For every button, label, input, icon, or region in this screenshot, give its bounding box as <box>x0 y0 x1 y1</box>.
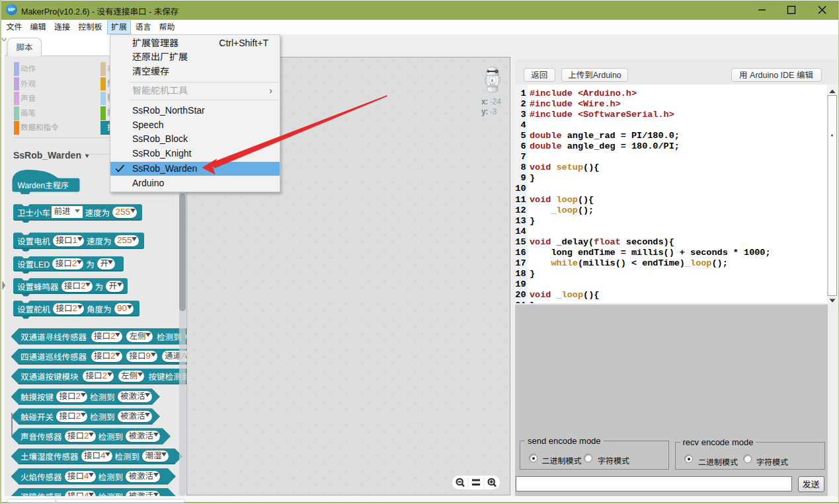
svg-text:Warden主程序: Warden主程序 <box>18 181 69 190</box>
svg-text:x: x <box>491 78 493 83</box>
